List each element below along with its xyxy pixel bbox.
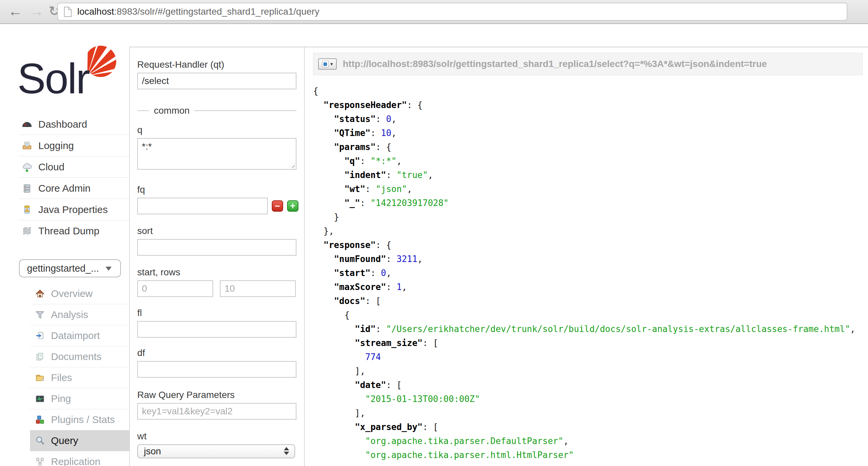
- sidebar-item-label: Documents: [51, 351, 101, 362]
- sidebar-item-analysis[interactable]: Analysis: [30, 304, 129, 325]
- raw-query-params-input[interactable]: [137, 403, 297, 420]
- sidebar-item-label: Ping: [51, 393, 71, 404]
- json-line: "org.apache.tika.parser.DefaultParser",: [313, 434, 868, 448]
- sidebar-item-label: Thread Dump: [38, 225, 99, 237]
- sidebar-item-plugins-stats[interactable]: Plugins / Stats: [30, 409, 129, 430]
- json-line: "id": "/Users/erikhatcher/dev/trunk/solr…: [313, 322, 868, 336]
- start-rows-label: start, rows: [137, 267, 304, 278]
- sidebar-item-label: Dataimport: [51, 330, 100, 341]
- sidebar-item-dashboard[interactable]: Dashboard: [19, 114, 129, 135]
- request-url-bar[interactable]: ▾ http://localhost:8983/solr/gettingstar…: [313, 53, 863, 75]
- sidebar-item-label: Core Admin: [38, 183, 91, 194]
- chevron-down-icon: [105, 267, 112, 271]
- wt-select[interactable]: json: [137, 444, 295, 458]
- df-label: df: [137, 348, 304, 358]
- json-line: ],: [313, 364, 868, 378]
- sidebar-item-core-admin[interactable]: Core Admin: [19, 177, 129, 199]
- fl-input[interactable]: [137, 321, 297, 338]
- start-input[interactable]: [137, 280, 213, 297]
- sidebar-item-label: Dashboard: [38, 119, 87, 130]
- sidebar-item-label: Overview: [51, 288, 93, 299]
- fq-label: fq: [137, 184, 304, 195]
- core-selector-dropdown[interactable]: gettingstarted_...: [19, 259, 121, 277]
- q-value: *:*: [142, 141, 152, 152]
- home-icon: [35, 289, 45, 299]
- plugins-icon: [35, 415, 45, 425]
- sidebar-item-label: Replication: [51, 456, 100, 466]
- browser-back-icon[interactable]: ←: [8, 0, 23, 23]
- core-admin-icon: [22, 183, 33, 194]
- sidebar-item-query[interactable]: Query: [30, 430, 129, 451]
- select-arrows-icon: [284, 447, 289, 455]
- add-filter-button[interactable]: +: [287, 200, 299, 212]
- json-line: },: [313, 224, 868, 238]
- chevron-down-icon: ▾: [331, 61, 333, 67]
- sort-input[interactable]: [137, 239, 297, 256]
- remove-filter-button[interactable]: −: [272, 200, 283, 212]
- query-form: Request-Handler (qt) common q *:* fq − +: [130, 47, 305, 466]
- json-line: "maxScore": 1,: [313, 280, 868, 294]
- json-line: {: [313, 84, 868, 98]
- fq-row: − +: [137, 198, 304, 214]
- solr-logo-text: Solr: [17, 55, 90, 101]
- sidebar-item-dataimport[interactable]: Dataimport: [30, 325, 129, 346]
- json-line: "response": {: [313, 238, 868, 252]
- ping-icon: [35, 394, 45, 404]
- sidebar-item-logging[interactable]: Logging: [19, 135, 129, 156]
- main-nav: Dashboard Logging Cloud: [19, 114, 129, 241]
- sidebar-item-files[interactable]: Files: [30, 367, 129, 388]
- solr-logo[interactable]: Solr: [17, 44, 117, 102]
- java-properties-icon: [22, 204, 33, 215]
- browser-forward-icon[interactable]: →: [29, 0, 44, 23]
- sidebar-item-label: Cloud: [38, 161, 64, 173]
- q-textarea[interactable]: *:*: [137, 138, 297, 170]
- json-response: { "responseHeader": { "status": 0, "QTim…: [313, 84, 868, 466]
- sidebar-item-documents[interactable]: Documents: [30, 346, 129, 367]
- sidebar: Solr Dashboard Logging: [0, 24, 129, 466]
- replication-icon: [35, 457, 45, 466]
- json-line: "q": "*:*",: [313, 154, 868, 168]
- browser-chrome: ← → ↻ localhost:8983/solr/#/gettingstart…: [0, 0, 868, 24]
- json-line: "2015-01-13T00:00:00Z": [313, 392, 868, 406]
- resize-handle-icon[interactable]: [289, 163, 295, 168]
- documents-icon: [35, 352, 45, 362]
- wt-select-value: json: [144, 446, 161, 457]
- sidebar-item-label: Query: [51, 435, 78, 446]
- json-line: ],: [313, 406, 868, 420]
- json-line: "responseHeader": {: [313, 98, 868, 112]
- json-line: "date": [: [313, 378, 868, 392]
- json-line: "QTime": 10,: [313, 126, 868, 140]
- fl-label: fl: [137, 308, 304, 318]
- json-line: {: [313, 308, 868, 322]
- sidebar-item-ping[interactable]: Ping: [30, 388, 129, 409]
- sidebar-item-java-properties[interactable]: Java Properties: [19, 199, 129, 220]
- sidebar-item-label: Analysis: [51, 309, 88, 320]
- df-input[interactable]: [137, 361, 297, 378]
- json-line: "indent": "true",: [313, 168, 868, 182]
- start-rows-row: [137, 280, 304, 297]
- json-line: 774: [313, 350, 868, 364]
- fq-input[interactable]: [137, 198, 268, 214]
- browser-address-bar[interactable]: localhost:8983/solr/#/gettingstarted_sha…: [57, 3, 847, 21]
- json-line: }: [313, 210, 868, 224]
- sidebar-item-cloud[interactable]: Cloud: [19, 156, 129, 177]
- common-section-label: common: [154, 105, 189, 116]
- sort-label: sort: [137, 226, 304, 236]
- solr-admin-app: ← → ↻ localhost:8983/solr/#/gettingstart…: [0, 0, 868, 466]
- request-handler-input[interactable]: [137, 73, 297, 89]
- sidebar-item-overview[interactable]: Overview: [30, 283, 129, 304]
- json-line: "params": {: [313, 140, 868, 154]
- json-line: "stream_size": [: [313, 336, 868, 350]
- url-toggle-icon[interactable]: ▾: [318, 58, 337, 70]
- q-label: q: [137, 125, 304, 135]
- query-output: ▾ http://localhost:8983/solr/gettingstar…: [305, 47, 868, 466]
- wt-label: wt: [137, 431, 304, 442]
- json-line: "status": 0,: [313, 112, 868, 126]
- sidebar-item-thread-dump[interactable]: Thread Dump: [19, 220, 129, 241]
- rows-input[interactable]: [220, 280, 296, 297]
- json-line: "x_parsed_by": [: [313, 420, 868, 434]
- folder-icon: [35, 373, 45, 383]
- sidebar-item-label: Plugins / Stats: [51, 414, 115, 425]
- request-url-link[interactable]: http://localhost:8983/solr/gettingstarte…: [343, 59, 767, 69]
- sidebar-item-replication[interactable]: Replication: [30, 451, 129, 466]
